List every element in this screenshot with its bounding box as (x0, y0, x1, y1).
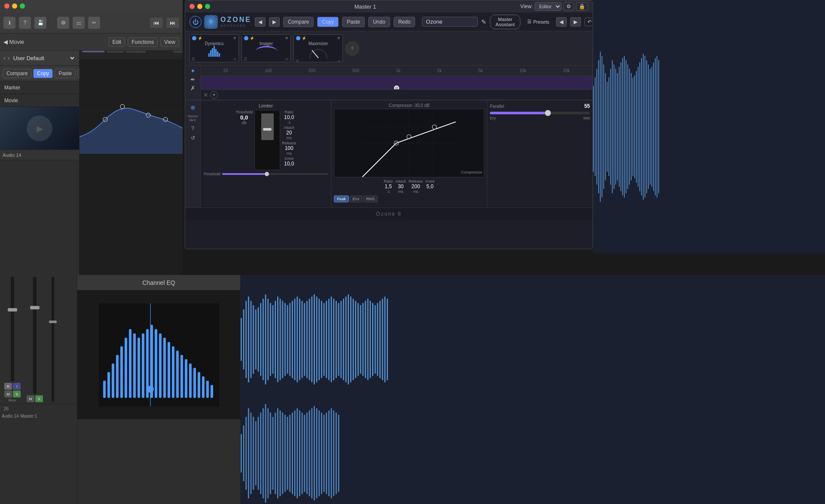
fader-1[interactable] (11, 277, 14, 382)
ozone-settings-btn[interactable]: ⚙ (563, 2, 574, 11)
paste-button[interactable]: Paste (55, 69, 76, 78)
audio-track-header: Audio 14 (0, 150, 79, 160)
ch1-i-btn[interactable]: I (13, 383, 21, 390)
rms-btn[interactable]: RMS (363, 195, 378, 202)
svg-rect-27 (607, 82, 608, 172)
presets-next-btn[interactable]: ▶ (570, 17, 581, 27)
view-button[interactable]: View (160, 37, 179, 47)
help-dynamics-btn[interactable]: ? (191, 125, 194, 131)
limiter-fader-thumb[interactable] (263, 128, 272, 131)
analyzer-tab[interactable]: Analyzer (82, 51, 105, 52)
ch1-s-btn[interactable]: S (13, 391, 21, 397)
functions-button[interactable]: Functions (128, 37, 158, 47)
view-dropdown[interactable]: Editor (535, 2, 562, 11)
select-tool-btn[interactable]: ✦ (190, 67, 196, 74)
parallel-slider-track[interactable] (490, 112, 590, 114)
close-btn[interactable] (4, 3, 9, 9)
rewind-btn[interactable]: ⏮ (150, 18, 163, 28)
channel-eq-svg (99, 303, 219, 406)
svg-rect-98 (265, 294, 266, 385)
ratio-value: 10,0 (284, 114, 294, 120)
imager-close-btn[interactable]: ✕ (285, 36, 288, 40)
eraser-tool-btn[interactable]: ✗ (190, 85, 196, 92)
ozone-close-btn[interactable] (189, 4, 195, 9)
limiter-fader[interactable] (254, 110, 280, 170)
scissors-icon[interactable]: ✂ (88, 17, 100, 29)
stereo-tool-btn[interactable]: ⊕ (190, 104, 196, 111)
svg-rect-180 (316, 408, 318, 498)
band-add-btn[interactable]: + (210, 91, 218, 99)
marker-track-item[interactable]: Marker (0, 81, 79, 94)
ch2-m-btn[interactable]: M (27, 395, 34, 402)
maximizer-module-card[interactable]: ⚡ ✕ Maximizer ☰ ⊙ (293, 34, 343, 62)
ch1-m-btn[interactable]: M (4, 391, 12, 397)
fader-thumb-1[interactable] (8, 308, 17, 312)
threshold-slider-track[interactable] (222, 173, 328, 175)
compare-btn[interactable]: Compare (283, 17, 314, 27)
help-icon[interactable]: ? (19, 17, 31, 29)
pen-tool-btn[interactable]: ✒ (190, 76, 196, 83)
forward-btn[interactable]: ⏭ (166, 18, 179, 28)
fader-thumb-3[interactable] (49, 321, 57, 323)
nav-fwd[interactable]: › (7, 54, 9, 62)
nav-back[interactable]: ‹ (3, 54, 6, 62)
sliders-icon[interactable]: ⚏ (73, 17, 85, 29)
copy-button[interactable]: Copy (33, 69, 53, 78)
ozone-prev-btn[interactable]: ◀ (255, 17, 266, 27)
preset-name-input[interactable] (422, 17, 478, 27)
edit-button[interactable]: Edit (108, 37, 125, 47)
fader-2[interactable] (33, 277, 37, 394)
loop-dynamics-btn[interactable]: ↺ (191, 135, 195, 141)
ch1-btn-row2: M S (4, 391, 21, 397)
ch1-r-btn[interactable]: R (4, 383, 12, 390)
dynamics-close-btn[interactable]: ✕ (233, 36, 236, 40)
ozone-max-btn[interactable] (205, 4, 210, 9)
ch2-s-btn[interactable]: S (35, 395, 43, 402)
master-assistant-btn[interactable]: Master Assistant (490, 15, 520, 29)
svg-rect-43 (634, 75, 635, 178)
undo-btn[interactable]: Undo (368, 17, 390, 27)
processing-select[interactable]: Stereo (173, 51, 183, 52)
compare-button[interactable]: Compare (3, 69, 31, 78)
svg-rect-141 (370, 301, 371, 378)
presets-prev-btn[interactable]: ◀ (556, 17, 567, 27)
env-btn[interactable]: Env (350, 195, 363, 202)
imager-module-card[interactable]: ⚡ ✕ Imager ☰ ⊙ (241, 34, 291, 62)
fader-thumb-2[interactable] (30, 306, 40, 309)
post-tab[interactable]: POST (107, 51, 124, 52)
processing-label: Processing: (149, 51, 171, 52)
ozone-next-btn[interactable]: ▶ (269, 17, 280, 27)
gear-icon[interactable]: ⚙ (57, 17, 69, 29)
preset-select[interactable]: User Default (12, 55, 76, 62)
movie-track-item[interactable]: Movie (0, 94, 79, 107)
ozone-min-btn[interactable] (197, 4, 202, 9)
maximizer-close-btn[interactable]: ✕ (337, 36, 340, 40)
presets-btn[interactable]: ☰ Presets (524, 17, 553, 26)
q-couple-tab[interactable]: Q-Couple (126, 51, 146, 52)
parallel-slider-thumb[interactable] (545, 110, 551, 116)
minimize-btn[interactable] (12, 3, 17, 9)
threshold-slider-thumb[interactable] (265, 172, 269, 176)
band-disable-btn[interactable]: ✕ (203, 92, 208, 98)
svg-rect-68 (142, 333, 144, 398)
maximize-btn[interactable] (20, 3, 25, 9)
limiter-title: Limiter (203, 103, 328, 108)
svg-rect-56 (657, 56, 657, 198)
of-2k: 2k (437, 68, 442, 73)
svg-rect-59 (103, 381, 106, 398)
peak-btn[interactable]: Peak (334, 195, 349, 202)
paste-btn[interactable]: Paste (342, 17, 365, 27)
dynamics-module-card[interactable]: ⚡ ✕ Dynamics ☰ ⊙ (189, 34, 239, 62)
redo-btn[interactable]: Redo (394, 17, 416, 27)
edit-preset-btn[interactable]: ✎ (481, 18, 486, 25)
add-module-btn[interactable]: + (345, 42, 359, 55)
maximizer-module-viz (294, 46, 342, 59)
power-button[interactable]: ⏻ (189, 16, 202, 28)
info-icon[interactable]: ℹ (3, 17, 15, 29)
ozone-lock-btn[interactable]: 🔒 (576, 2, 588, 11)
save-icon[interactable]: 💾 (34, 17, 46, 29)
fader-3[interactable] (52, 277, 54, 402)
copy-btn[interactable]: Copy (317, 17, 339, 27)
comp-threshold-value: -30,0 (413, 103, 423, 108)
undo-icon-btn[interactable]: ↶ (584, 18, 593, 26)
